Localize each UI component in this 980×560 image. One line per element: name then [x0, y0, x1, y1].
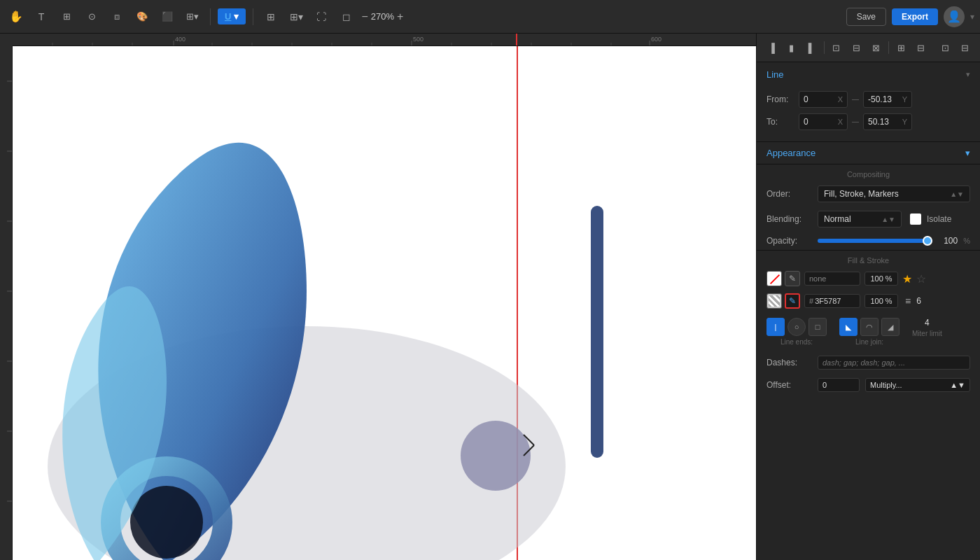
- stroke-bg-swatch[interactable]: [766, 293, 782, 309]
- blending-select[interactable]: Normal ▲▼: [818, 211, 902, 227]
- dashes-label: Dashes:: [766, 358, 812, 368]
- fill-star-filled[interactable]: ★: [902, 272, 912, 286]
- line-end-round[interactable]: ○: [788, 318, 806, 336]
- line-join-round[interactable]: ◠: [860, 318, 878, 336]
- align-tool[interactable]: ⊞: [56, 6, 77, 27]
- isolate-label: Isolate: [927, 214, 951, 224]
- stroke-pct[interactable]: 100 %: [864, 294, 898, 308]
- miter-value: 4: [925, 318, 930, 328]
- more-tool[interactable]: ⊞▾: [182, 6, 203, 27]
- grid-icon[interactable]: ⊞: [260, 6, 281, 27]
- dashes-input[interactable]: [818, 356, 970, 370]
- to-x-input[interactable]: 0 X: [799, 113, 848, 130]
- fill-swatch-group: ✎: [766, 271, 800, 286]
- panel-icon-extra1[interactable]: ⊡: [937, 39, 953, 56]
- panel-icon-align-left[interactable]: ▐: [764, 39, 780, 56]
- fill-stroke-header: Fill & Stroke: [757, 250, 980, 267]
- panel-icon-dist-3[interactable]: ⊠: [869, 39, 885, 56]
- brand-button[interactable]: U ▾: [218, 8, 246, 24]
- stroke-edit-button-active[interactable]: ✎: [785, 293, 800, 309]
- grid-dropdown-icon[interactable]: ⊞▾: [286, 6, 307, 27]
- fill-pct[interactable]: 100 %: [864, 272, 898, 286]
- compositing-header: Compositing: [757, 164, 980, 181]
- multiply-select[interactable]: Multiply... ▲▼: [865, 378, 970, 392]
- from-x-value: 0: [804, 94, 808, 104]
- canvas-svg: [13, 46, 756, 560]
- offset-row: Offset: Multiply... ▲▼: [757, 374, 980, 396]
- stroke-swatch-group: ✎: [766, 293, 800, 309]
- from-y-input[interactable]: -50.13 Y: [863, 91, 912, 108]
- panel-bottom-padding: [757, 396, 980, 410]
- from-y-letter: Y: [902, 95, 907, 104]
- to-y-value: 50.13: [868, 117, 889, 127]
- from-x-input[interactable]: 0 X: [799, 91, 848, 108]
- zoom-minus-button[interactable]: −: [361, 10, 368, 23]
- offset-input[interactable]: [818, 378, 860, 392]
- opacity-slider[interactable]: [818, 239, 932, 243]
- main-area: 400 500 600: [0, 34, 980, 560]
- avatar-dropdown[interactable]: ▾: [970, 12, 974, 22]
- viewport-icon[interactable]: ◻: [336, 6, 357, 27]
- panel-icon-align-right[interactable]: ▌: [804, 39, 820, 56]
- panel-icon-expand[interactable]: ⊞: [893, 39, 909, 56]
- opacity-label: Opacity:: [766, 236, 812, 246]
- opacity-thumb[interactable]: [923, 236, 932, 246]
- order-select[interactable]: Fill, Stroke, Markers ▲▼: [818, 186, 970, 202]
- line-coords-section: From: 0 X -50.13 Y To: 0 X: [757, 85, 980, 141]
- opacity-pct: %: [963, 237, 970, 245]
- fill-edit-button[interactable]: ✎: [785, 271, 800, 286]
- fill-value-input[interactable]: [804, 272, 860, 286]
- isolate-checkbox[interactable]: [910, 214, 921, 225]
- line-join-miter[interactable]: ◣: [839, 318, 858, 336]
- toolbar-separator: [210, 8, 211, 25]
- offset-label: Offset:: [766, 380, 812, 390]
- appearance-chevron: ▾: [965, 148, 970, 158]
- target-tool[interactable]: ⊙: [81, 6, 102, 27]
- stroke-color-input[interactable]: # 3F5787: [804, 294, 860, 308]
- zoom-plus-button[interactable]: +: [397, 10, 403, 23]
- panel-icon-dist-v[interactable]: ⊟: [848, 39, 864, 56]
- to-label: To:: [766, 117, 794, 127]
- order-row: Order: Fill, Stroke, Markers ▲▼: [757, 181, 980, 206]
- panel-top-icons: ▐ ▮ ▌ ⊡ ⊟ ⊠ ⊞ ⊟ ⊡ ⊟: [757, 34, 980, 62]
- horizontal-ruler: 400 500 600: [13, 34, 756, 46]
- blending-row: Blending: Normal ▲▼ Isolate: [757, 206, 980, 232]
- fill-swatch[interactable]: [766, 271, 782, 286]
- panel-icon-dist-h[interactable]: ⊡: [828, 39, 844, 56]
- appearance-header[interactable]: Appearance ▾: [757, 141, 980, 164]
- fullscreen-icon[interactable]: ⛶: [311, 6, 332, 27]
- zoom-value: 270%: [371, 11, 394, 22]
- line-end-butt[interactable]: |: [766, 318, 785, 336]
- ruler-corner: [0, 34, 13, 46]
- panel-icon-compress[interactable]: ⊟: [913, 39, 929, 56]
- group-tool[interactable]: ⧈: [106, 6, 127, 27]
- canvas[interactable]: [13, 46, 756, 560]
- save-button[interactable]: Save: [846, 8, 886, 26]
- hand-tool[interactable]: ✋: [6, 6, 27, 27]
- brand-u-icon: U: [225, 11, 231, 22]
- line-end-square[interactable]: □: [808, 318, 827, 336]
- blending-arrow: ▲▼: [881, 216, 895, 223]
- from-row: From: 0 X -50.13 Y: [766, 91, 970, 108]
- text-tool[interactable]: T: [31, 6, 52, 27]
- panel-icon-align-center[interactable]: ▮: [784, 39, 800, 56]
- avatar[interactable]: 👤: [944, 6, 965, 27]
- stroke-width-value: 6: [916, 296, 921, 306]
- line-join-bevel[interactable]: ◢: [881, 318, 899, 336]
- svg-point-30: [461, 421, 531, 491]
- layers-tool[interactable]: ⬛: [157, 6, 178, 27]
- line-section-header[interactable]: Line ▾: [757, 62, 980, 85]
- from-label: From:: [766, 94, 794, 104]
- stroke-width-icon: ≡: [905, 295, 911, 307]
- right-panel: ▐ ▮ ▌ ⊡ ⊟ ⊠ ⊞ ⊟ ⊡ ⊟ Line ▾ From: 0 X: [756, 34, 980, 560]
- multiply-value: Multiply...: [870, 381, 902, 389]
- to-y-input[interactable]: 50.13 Y: [863, 113, 912, 130]
- export-button[interactable]: Export: [892, 8, 938, 25]
- paint-tool[interactable]: 🎨: [132, 6, 153, 27]
- opacity-value: 100: [938, 236, 958, 246]
- line-chevron: ▾: [966, 70, 970, 79]
- panel-icon-extra2[interactable]: ⊟: [958, 39, 974, 56]
- fill-star-outline[interactable]: ☆: [916, 272, 926, 286]
- coord-sep2: [852, 122, 859, 122]
- from-y-value: -50.13: [868, 94, 892, 104]
